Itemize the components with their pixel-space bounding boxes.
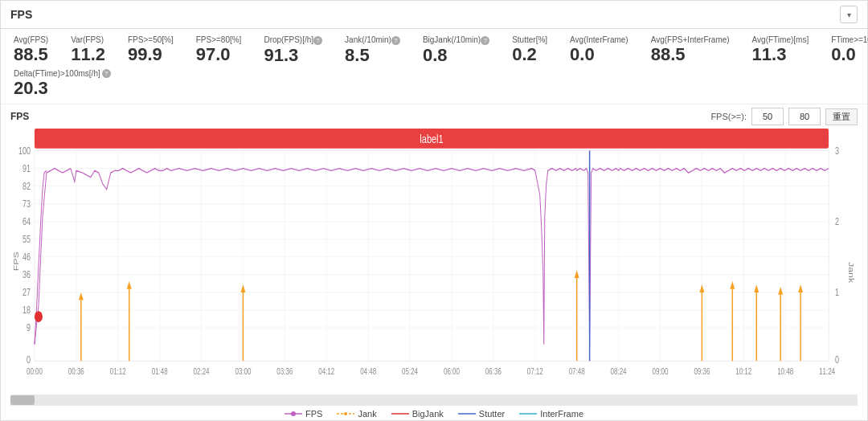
svg-text:11:24: 11:24 — [819, 366, 835, 377]
stat-item: Drop(FPS)[/h]?91.3 — [264, 35, 322, 66]
stat-value: 99.9 — [128, 44, 162, 65]
info-icon[interactable]: ? — [313, 36, 322, 45]
secondary-stat-label: Delta(FTime)>100ms[/h] ? — [14, 69, 111, 78]
svg-text:10:12: 10:12 — [735, 366, 751, 377]
legend-fps: FPS — [285, 409, 322, 419]
stat-item: BigJank(/10min)?0.8 — [423, 35, 489, 66]
svg-text:100: 100 — [18, 145, 31, 157]
chart-controls: FPS FPS(>=): 重置 — [1, 104, 867, 129]
stat-label: Stutter[%] — [512, 35, 547, 44]
svg-text:FPS: FPS — [12, 252, 20, 272]
svg-text:64: 64 — [23, 216, 31, 227]
svg-text:06:36: 06:36 — [485, 366, 502, 377]
stat-value: 0.8 — [423, 45, 448, 66]
svg-text:07:12: 07:12 — [527, 366, 543, 377]
svg-point-92 — [291, 411, 296, 416]
svg-text:91: 91 — [23, 163, 31, 174]
stat-item: Var(FPS)11.2 — [71, 35, 105, 65]
scrollbar-thumb[interactable] — [10, 395, 35, 405]
svg-text:0: 0 — [27, 354, 31, 366]
stat-label: Avg(FPS+InterFrame) — [651, 35, 730, 44]
stats-section: Avg(FPS)88.5Var(FPS)11.2FPS>=50[%]99.9FP… — [1, 29, 867, 104]
chart-legend: FPS Jank BigJank Stutter — [1, 406, 867, 420]
chart-section: FPS FPS(>=): 重置 label1 — [1, 104, 867, 420]
legend-bigjank: BigJank — [391, 409, 444, 419]
svg-text:46: 46 — [23, 251, 31, 263]
info-icon[interactable]: ? — [391, 36, 400, 45]
stat-value: 88.5 — [14, 44, 48, 65]
collapse-button[interactable]: ▾ — [840, 6, 858, 23]
fps-threshold-1-input[interactable] — [751, 108, 784, 125]
stutter-legend-icon — [458, 410, 476, 418]
secondary-stats: Delta(FTime)>100ms[/h] ? 20.3 — [14, 69, 854, 99]
stat-value: 8.5 — [345, 45, 370, 66]
svg-text:82: 82 — [23, 181, 31, 192]
stat-value: 11.3 — [752, 44, 787, 65]
svg-text:04:12: 04:12 — [318, 366, 334, 377]
svg-text:1: 1 — [835, 287, 839, 298]
stat-label: Avg(FPS) — [14, 35, 48, 44]
svg-text:00:00: 00:00 — [27, 366, 43, 377]
svg-text:00:36: 00:36 — [68, 366, 84, 377]
info-icon[interactable]: ? — [102, 69, 111, 78]
jank-legend-icon — [337, 410, 354, 418]
stat-label: Var(FPS) — [71, 35, 104, 44]
info-icon[interactable]: ? — [481, 36, 489, 45]
stat-item: FPS>=80[%]97.0 — [196, 35, 242, 65]
svg-text:06:00: 06:00 — [444, 366, 460, 377]
stat-item: FTime>=100ms[%]0.0 — [831, 35, 868, 65]
legend-fps-label: FPS — [305, 409, 322, 419]
legend-stutter: Stutter — [458, 409, 505, 419]
chart-svg: label1 100 91 82 73 — [10, 129, 858, 394]
svg-text:05:24: 05:24 — [402, 366, 418, 377]
svg-text:0: 0 — [835, 354, 839, 366]
svg-text:Jank: Jank — [847, 262, 855, 284]
chart-wrapper: label1 100 91 82 73 — [10, 129, 858, 394]
legend-interframe: InterFrame — [519, 409, 583, 419]
stat-item: Avg(FPS+InterFrame)88.5 — [651, 35, 730, 65]
svg-text:27: 27 — [23, 287, 31, 298]
scrollbar[interactable] — [10, 394, 858, 406]
reset-button[interactable]: 重置 — [825, 108, 858, 125]
legend-interframe-label: InterFrame — [540, 409, 583, 419]
svg-text:9: 9 — [27, 322, 31, 333]
svg-text:03:36: 03:36 — [276, 366, 293, 377]
svg-text:10:48: 10:48 — [777, 366, 793, 377]
svg-rect-2 — [35, 151, 829, 362]
legend-stutter-label: Stutter — [479, 409, 505, 419]
stat-item: Jank(/10min)?8.5 — [345, 35, 400, 66]
stat-item: FPS>=50[%]99.9 — [128, 35, 174, 65]
svg-point-89 — [35, 312, 43, 323]
svg-text:03:00: 03:00 — [235, 366, 251, 377]
stat-value: 88.5 — [651, 44, 686, 65]
secondary-stat-item: Delta(FTime)>100ms[/h] ? 20.3 — [14, 69, 854, 99]
fps-threshold-2-input[interactable] — [788, 108, 821, 125]
legend-jank: Jank — [337, 409, 376, 419]
chart-label: FPS — [10, 111, 29, 122]
stat-value: 97.0 — [196, 44, 231, 65]
fps-gte-label: FPS(>=): — [710, 112, 747, 121]
panel-title: FPS — [10, 8, 32, 21]
stat-value: 11.2 — [71, 44, 105, 65]
svg-text:3: 3 — [835, 145, 839, 157]
stat-value: 0.2 — [512, 44, 537, 65]
stat-label: BigJank(/10min)? — [423, 35, 489, 45]
chevron-down-icon: ▾ — [847, 10, 851, 19]
svg-text:18: 18 — [23, 305, 31, 316]
fps-panel: FPS ▾ Avg(FPS)88.5Var(FPS)11.2FPS>=50[%]… — [0, 0, 868, 421]
interframe-legend-icon — [519, 410, 537, 418]
svg-text:08:24: 08:24 — [611, 366, 627, 377]
svg-text:09:36: 09:36 — [694, 366, 710, 377]
stat-label: FPS>=50[%] — [128, 35, 174, 44]
panel-header: FPS ▾ — [1, 1, 867, 29]
stat-label: FTime>=100ms[%] — [831, 35, 868, 44]
stat-item: Stutter[%]0.2 — [512, 35, 547, 65]
stat-label: Drop(FPS)[/h]? — [264, 35, 322, 45]
svg-text:01:12: 01:12 — [110, 366, 126, 377]
primary-stats-row: Avg(FPS)88.5Var(FPS)11.2FPS>=50[%]99.9FP… — [14, 35, 854, 66]
stat-value: 91.3 — [264, 45, 298, 66]
stat-value: 0.0 — [831, 44, 856, 65]
svg-text:55: 55 — [23, 234, 31, 245]
svg-text:label1: label1 — [420, 133, 443, 146]
stat-item: Avg(InterFrame)0.0 — [570, 35, 628, 65]
